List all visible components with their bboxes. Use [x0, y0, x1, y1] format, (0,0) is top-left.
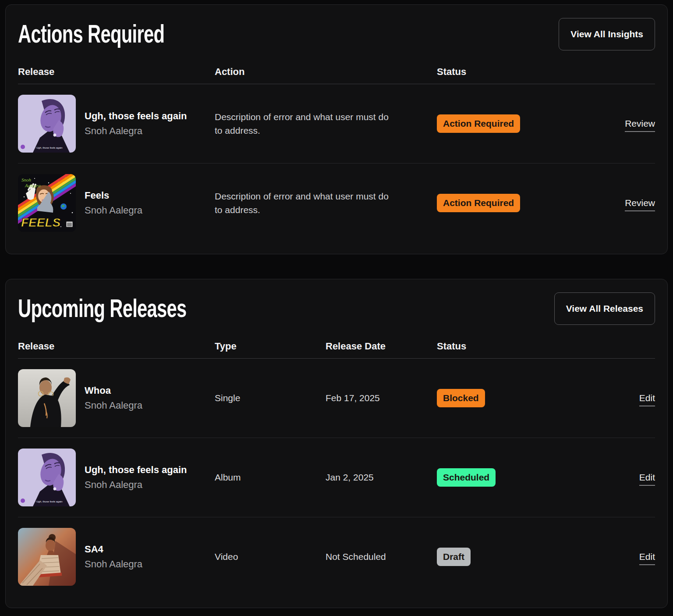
status-cell: Action Required: [437, 194, 616, 212]
release-type: Single: [215, 393, 326, 403]
status-cell: Action Required: [437, 114, 616, 133]
release-cell: Snoh Aalegra FEELS Feels Snoh Aalegra: [18, 174, 215, 232]
status-badge: Blocked: [437, 389, 485, 407]
album-art-ugh-those-feels-again: - Ugh, those feels again: [18, 449, 76, 506]
edit-link[interactable]: Edit: [639, 472, 655, 486]
status-cell: Draft: [437, 548, 616, 566]
column-header-status: Status: [437, 66, 616, 78]
table-row: - Ugh, those feels again Ugh, those feel…: [18, 438, 655, 517]
table-row: SA4 Snoh Aalegra Video Not Scheduled Dra…: [18, 517, 655, 596]
release-artist: Snoh Aalegra: [85, 479, 187, 491]
actions-required-card: Actions Required View All Insights Relea…: [5, 4, 668, 254]
action-description: Description of error and what user must …: [215, 189, 410, 217]
art-artist-script-1: Snoh: [21, 177, 32, 182]
status-badge: Scheduled: [437, 468, 496, 487]
album-art-sa4: [18, 528, 76, 586]
link-cell: Review: [625, 118, 655, 129]
release-meta: Whoa Snoh Aalegra: [85, 385, 142, 411]
release-title: Feels: [85, 190, 142, 201]
album-art-whoa: [18, 369, 76, 427]
release-meta: SA4 Snoh Aalegra: [85, 544, 142, 570]
review-link[interactable]: Review: [625, 118, 655, 132]
edit-link[interactable]: Edit: [639, 552, 655, 565]
status-badge: Draft: [437, 548, 471, 566]
release-title: Ugh, those feels again: [85, 110, 187, 122]
art-title-feels: FEELS: [21, 216, 61, 229]
column-header-type: Type: [215, 341, 326, 352]
release-type: Album: [215, 472, 326, 483]
review-link[interactable]: Review: [625, 198, 655, 211]
upcoming-releases-card: Upcoming Releases View All Releases Rele…: [5, 279, 668, 608]
table-row: Whoa Snoh Aalegra Single Feb 17, 2025 Bl…: [18, 359, 655, 438]
album-art-ugh-those-feels-again: - Ugh, those feels again: [18, 95, 76, 153]
releases-table-header: Release Type Release Date Status: [18, 341, 655, 359]
actions-table-header: Release Action Status: [18, 66, 655, 84]
link-cell: Edit: [639, 472, 655, 483]
release-artist: Snoh Aalegra: [85, 125, 187, 137]
upcoming-releases-header: Upcoming Releases View All Releases: [18, 292, 655, 325]
table-row: Snoh Aalegra FEELS Feels Snoh Aalegra De…: [18, 163, 655, 242]
release-artist: Snoh Aalegra: [85, 400, 142, 411]
dashboard-page: Actions Required View All Insights Relea…: [0, 0, 673, 612]
link-cell: Review: [625, 198, 655, 208]
release-artist: Snoh Aalegra: [85, 559, 142, 570]
status-badge: Action Required: [437, 194, 520, 212]
link-cell: Edit: [639, 552, 655, 562]
column-header-release-date: Release Date: [326, 341, 437, 352]
link-cell: Edit: [639, 393, 655, 403]
release-cell: - Ugh, those feels again Ugh, those feel…: [18, 95, 215, 153]
view-all-releases-button[interactable]: View All Releases: [554, 292, 655, 325]
release-meta: Ugh, those feels again Snoh Aalegra: [85, 464, 187, 491]
actions-required-header: Actions Required View All Insights: [18, 18, 655, 50]
release-type: Video: [215, 552, 326, 562]
art-caption: - Ugh, those feels again: [35, 146, 62, 149]
release-title: Ugh, those feels again: [85, 464, 187, 476]
table-row: - Ugh, those feels again Ugh, those feel…: [18, 84, 655, 163]
release-date: Jan 2, 2025: [326, 472, 437, 483]
release-date: Feb 17, 2025: [326, 393, 437, 403]
status-badge: Action Required: [437, 114, 520, 133]
release-meta: Ugh, those feels again Snoh Aalegra: [85, 110, 187, 137]
status-cell: Blocked: [437, 389, 616, 407]
column-header-action: Action: [215, 66, 437, 78]
release-date: Not Scheduled: [326, 552, 437, 562]
release-title: Whoa: [85, 385, 142, 396]
upcoming-releases-title: Upcoming Releases: [18, 292, 187, 324]
release-cell: - Ugh, those feels again Ugh, those feel…: [18, 449, 215, 506]
release-meta: Feels Snoh Aalegra: [85, 190, 142, 216]
release-title: SA4: [85, 544, 142, 555]
actions-required-title: Actions Required: [18, 18, 164, 50]
art-artist-script-2: Aalegra: [25, 183, 41, 188]
edit-link[interactable]: Edit: [639, 393, 655, 406]
column-header-status: Status: [437, 341, 616, 352]
album-art-feels: Snoh Aalegra FEELS: [18, 174, 76, 232]
release-cell: SA4 Snoh Aalegra: [18, 528, 215, 586]
release-cell: Whoa Snoh Aalegra: [18, 369, 215, 427]
column-header-release: Release: [18, 341, 215, 352]
release-artist: Snoh Aalegra: [85, 205, 142, 216]
art-caption: - Ugh, those feels again: [35, 500, 62, 503]
view-all-insights-button[interactable]: View All Insights: [559, 18, 655, 50]
column-header-release: Release: [18, 66, 215, 78]
action-description: Description of error and what user must …: [215, 110, 410, 138]
status-cell: Scheduled: [437, 468, 616, 487]
